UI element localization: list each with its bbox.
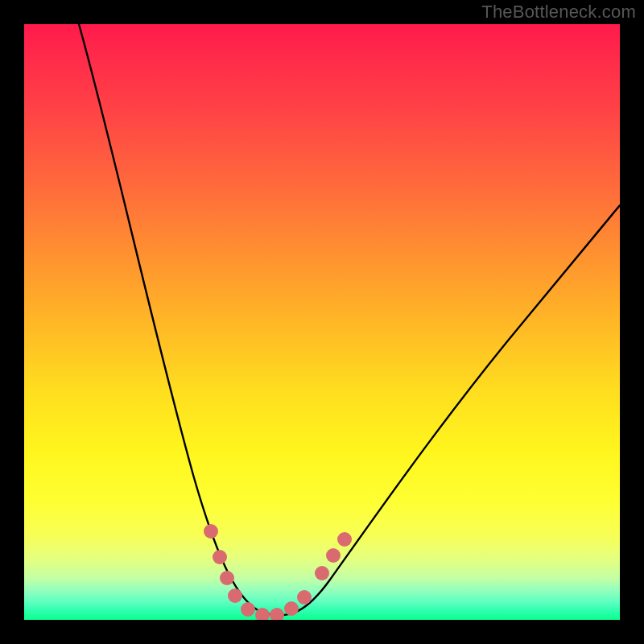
svg-point-11	[337, 532, 352, 547]
svg-point-6	[270, 608, 284, 620]
svg-point-2	[220, 571, 234, 585]
chart-frame: TheBottleneck.com	[0, 0, 644, 644]
svg-point-0	[204, 524, 218, 539]
highlight-dots	[204, 524, 352, 620]
svg-point-1	[213, 550, 227, 564]
svg-point-9	[315, 566, 329, 580]
svg-point-10	[326, 548, 341, 563]
plot-area	[24, 24, 620, 620]
svg-point-8	[297, 590, 312, 605]
bottleneck-curve	[79, 24, 620, 615]
curve-layer	[24, 24, 620, 620]
svg-point-7	[284, 601, 299, 616]
watermark-text: TheBottleneck.com	[481, 2, 636, 23]
svg-point-4	[241, 602, 255, 617]
svg-point-3	[228, 588, 242, 603]
